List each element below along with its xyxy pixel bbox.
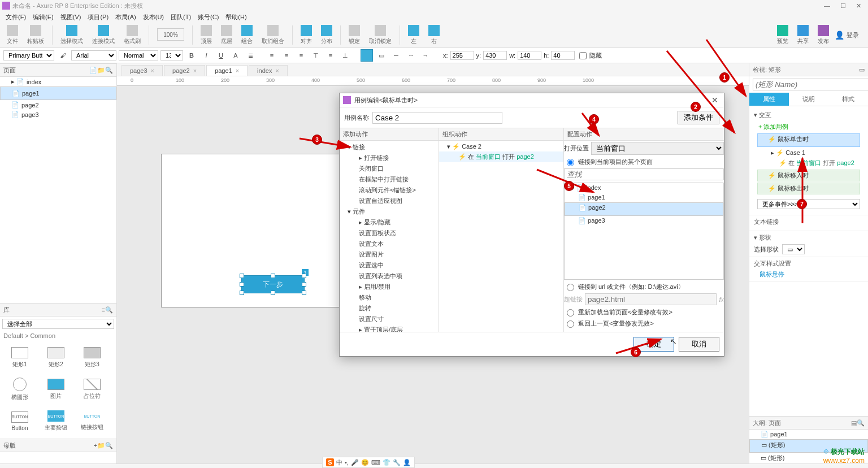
page-node-page1[interactable]: 📄 page1 xyxy=(0,86,116,100)
close-icon[interactable]: ✕ xyxy=(856,2,861,10)
w-input[interactable] xyxy=(518,51,541,60)
widget-ellipse[interactable]: 椭圆形 xyxy=(2,374,37,405)
y-input[interactable] xyxy=(483,51,507,60)
font-select[interactable]: Arial xyxy=(71,50,116,60)
tb-align[interactable]: 对齐 xyxy=(297,25,315,45)
ime-bar[interactable]: S 中 •, 🎤 😊 ⌨ 👕 🔧 👤 xyxy=(322,457,415,468)
tb-share[interactable]: 共享 xyxy=(794,25,812,45)
actions-tree[interactable]: ▾ 链接 ▸ 打开链接 关闭窗口 在框架中打开链接 滚动到元件<锚链接> 设置自… xyxy=(340,141,439,332)
tb-publish[interactable]: 发布 xyxy=(814,25,832,45)
action-enable[interactable]: ▸ 启用/禁用 xyxy=(340,281,439,292)
page-node-page3[interactable]: 📄 page3 xyxy=(0,110,116,119)
widget-placeholder[interactable]: 占位符 xyxy=(75,374,110,405)
action-open-link[interactable]: ▸ 打开链接 xyxy=(340,153,439,163)
tb-format-painter[interactable]: 格式刷 xyxy=(120,25,144,45)
tab-properties[interactable]: 属性 xyxy=(749,93,789,106)
arrow-icon[interactable]: → xyxy=(419,49,432,62)
ime-emoji-icon[interactable]: 😊 xyxy=(361,459,369,466)
maximize-icon[interactable]: ☐ xyxy=(840,2,846,10)
bullets-icon[interactable]: ≣ xyxy=(244,49,257,62)
event-mouseenter[interactable]: ⚡ 鼠标移入时 xyxy=(757,170,860,181)
login-area[interactable]: 预览 共享 发布 👤登录 xyxy=(774,25,865,45)
action-adaptive-view[interactable]: 设置自适应视图 xyxy=(340,196,439,206)
valign-bot-icon[interactable]: ⊥ xyxy=(339,49,351,62)
login-label[interactable]: 登录 xyxy=(847,31,859,40)
page-node-page2[interactable]: 📄 page2 xyxy=(0,100,116,110)
radio-link-url[interactable]: 链接到 url 或文件〈例如: D:\趣达.avi〉 xyxy=(564,282,724,291)
outline-root[interactable]: 📄 page1 xyxy=(749,430,868,439)
widget-image[interactable]: 图片 xyxy=(38,374,73,405)
add-case-link[interactable]: + 添加用例 xyxy=(754,122,863,132)
hide-checkbox[interactable] xyxy=(579,52,587,59)
search-icon[interactable]: 🔍 xyxy=(105,67,113,74)
paint-icon[interactable]: 🖌 xyxy=(57,49,69,62)
action-scroll-anchor[interactable]: 滚动到元件<锚链接> xyxy=(340,185,439,196)
widget-rect3[interactable]: 矩形3 xyxy=(75,343,110,373)
italic-icon[interactable]: I xyxy=(200,49,212,62)
case-node[interactable]: ▸ ⚡ Case 1 xyxy=(754,148,863,158)
page-node-index[interactable]: ▸ 📄 index xyxy=(0,77,116,86)
add-condition-button[interactable]: 添加条件 xyxy=(678,111,719,124)
outline-search-icon[interactable]: 🔍 xyxy=(857,419,865,427)
valign-top-icon[interactable]: ⊤ xyxy=(310,49,322,62)
dialog-close-icon[interactable]: ✕ xyxy=(709,96,721,105)
fill-color-icon[interactable] xyxy=(361,49,373,62)
lib-search-icon[interactable]: 🔍 xyxy=(105,306,113,314)
tb-select-mode[interactable]: 选择模式 xyxy=(57,25,86,45)
paragraph-select[interactable]: Normal xyxy=(119,50,158,60)
library-group[interactable]: Default > Common xyxy=(0,331,116,340)
action-rotate[interactable]: 旋转 xyxy=(340,303,439,314)
ime-keyboard-icon[interactable]: ⌨ xyxy=(371,459,380,466)
tb-unlock[interactable]: 取消锁定 xyxy=(366,25,395,45)
tb-file[interactable]: 文件 xyxy=(3,25,21,45)
tab-page1[interactable]: page1× xyxy=(206,65,248,76)
line-width-icon[interactable]: ─ xyxy=(390,49,402,62)
org-case[interactable]: ▾ ⚡ Case 2 xyxy=(439,142,563,151)
tb-right[interactable]: 右 xyxy=(425,25,443,45)
ime-tool-icon[interactable]: 🔧 xyxy=(393,459,401,466)
ime-punct-icon[interactable]: •, xyxy=(345,459,349,466)
menu-team[interactable]: 团队(T) xyxy=(168,13,193,21)
menu-view[interactable]: 视图(V) xyxy=(58,13,84,21)
add-page-icon[interactable]: 📄 xyxy=(89,67,97,74)
tb-distribute[interactable]: 分布 xyxy=(318,25,336,45)
align-center-icon[interactable]: ≡ xyxy=(280,49,293,62)
action-set-text[interactable]: 设置文本 xyxy=(340,239,439,249)
organize-actions[interactable]: ▾ ⚡ Case 2 ⚡ 在 当前窗口 打开 page2 xyxy=(439,141,563,332)
x-input[interactable] xyxy=(450,51,474,60)
pages-tree[interactable]: ▸ 📄 index 📄 page1 📄 page2 📄 page3 xyxy=(0,77,116,128)
shape-select[interactable]: ▭ xyxy=(782,244,805,254)
widget-primary-button[interactable]: BUTTON主要按钮 xyxy=(38,406,73,436)
action-open-in-frame[interactable]: 在框架中打开链接 xyxy=(340,174,439,185)
tab-index[interactable]: index× xyxy=(249,65,288,76)
border-color-icon[interactable]: ▭ xyxy=(375,49,388,62)
outline-filter-icon[interactable]: ▤ xyxy=(851,419,857,427)
add-folder-icon[interactable]: 📁 xyxy=(97,67,105,74)
action-set-list[interactable]: 设置列表选中项 xyxy=(340,271,439,281)
menu-help[interactable]: 帮助(H) xyxy=(223,13,249,21)
style-select[interactable]: Primary Button xyxy=(3,50,54,60)
cancel-button[interactable]: 取消 xyxy=(679,337,719,352)
library-filter[interactable]: 选择全部 xyxy=(2,319,114,329)
page-target-tree[interactable]: ▾ 📄 index 📄 page1 📄 page2 📄 page3 xyxy=(564,183,724,280)
widget-button[interactable]: BUTTONButton xyxy=(2,406,37,436)
tb-ungroup[interactable]: 取消组合 xyxy=(258,25,288,45)
tab-page2[interactable]: page2× xyxy=(164,65,205,76)
action-set-selected[interactable]: 设置选中 xyxy=(340,260,439,271)
align-left-icon[interactable]: ≡ xyxy=(266,49,278,62)
event-mouseleave[interactable]: ⚡ 鼠标移出时 xyxy=(757,183,860,194)
action-showhide[interactable]: ▸ 显示/隐藏 xyxy=(340,217,439,228)
radio-link-page[interactable]: 链接到当前项目的某个页面 xyxy=(564,157,724,166)
minimize-icon[interactable]: — xyxy=(824,2,830,10)
event-onclick[interactable]: ⚡ 鼠标单击时 xyxy=(757,133,860,147)
radio-reload[interactable]: 重新加载当前页面<变量修改有效> xyxy=(564,307,724,317)
tb-preview[interactable]: 预览 xyxy=(774,25,792,45)
widget-link-button[interactable]: BUTTON链接按钮 xyxy=(75,406,110,436)
tb-left[interactable]: 左 xyxy=(405,25,423,45)
tab-close-icon[interactable]: × xyxy=(193,67,197,74)
menu-project[interactable]: 项目(P) xyxy=(85,13,111,21)
case-name-input[interactable] xyxy=(372,112,502,124)
action-set-image[interactable]: 设置图片 xyxy=(340,249,439,260)
ime-clothes-icon[interactable]: 👕 xyxy=(383,459,390,466)
fx-icon[interactable]: fx xyxy=(719,296,724,303)
